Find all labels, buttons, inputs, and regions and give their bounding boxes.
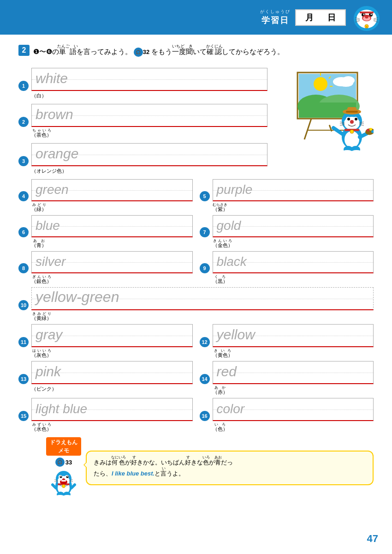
item-number-5: 5 — [200, 191, 210, 201]
write-box-2[interactable]: brown — [31, 104, 267, 127]
date-box: 月 日 — [295, 9, 346, 26]
write-box-7[interactable]: gold — [213, 215, 374, 237]
col-8: 8 silver （銀色）ぎんいろ — [18, 251, 193, 285]
translation-7: （金色）きんいろ — [213, 239, 374, 249]
translation-16: （色）いろ — [213, 422, 374, 433]
svg-point-7 — [371, 14, 372, 15]
item-number-4: 4 — [18, 191, 29, 201]
svg-point-24 — [314, 77, 327, 91]
word-display-12: yellow — [217, 327, 255, 343]
translation-14: （赤）あか — [213, 385, 374, 396]
doraemon-painting-svg — [274, 70, 374, 160]
svg-line-32 — [304, 119, 311, 139]
item-number-15: 15 — [18, 411, 29, 421]
word-display-6: blue — [36, 218, 60, 233]
page-number: 47 — [367, 533, 378, 545]
row-10: 10 yellow-green （黄緑）きみどり — [18, 287, 374, 322]
svg-point-90 — [63, 495, 72, 499]
col-6: 6 blue （青）あお — [18, 215, 193, 249]
translation-5: （紫）むらさき — [213, 203, 374, 213]
col-5: 5 purple （紫）むらさき — [200, 179, 374, 213]
study-day-area: がくしゅうび 学習日 月 日 — [260, 2, 383, 32]
bottom-memo-section: ドラえもん メモ 🎧 33 — [18, 437, 374, 499]
vocab-row-1: 1 white — [18, 68, 267, 91]
write-box-4[interactable]: green — [31, 179, 193, 201]
write-box-1[interactable]: white — [31, 68, 267, 91]
vocab-item-3: 3 orange （オレンジ色） — [18, 143, 267, 175]
speech-bubble: きみは何色なにいろが好すきかな。いちばん好すきな色いろが青あおだっ たら、I l… — [86, 451, 374, 485]
row-6-7: 6 blue （青）あお 7 gold （金色）きんいろ — [18, 215, 374, 249]
svg-point-41 — [347, 118, 350, 120]
svg-point-10 — [365, 15, 368, 18]
col-9: 9 black （黒）くろ — [200, 251, 374, 285]
translation-13: （ピンク） — [31, 385, 193, 392]
section-instruction: ❶〜❻の単語たんご いを言ってみよう。 🎧32 をもう一度聞いちど きいて確認か… — [33, 44, 289, 59]
write-box-15[interactable]: light blue — [31, 398, 193, 421]
item-number-10: 10 — [18, 300, 29, 310]
col-12: 12 yellow （黄色）きいろ — [200, 324, 374, 359]
item-number-14: 14 — [200, 374, 210, 384]
svg-point-75 — [67, 476, 68, 477]
word-display-15: light blue — [36, 402, 87, 416]
ichido-ruby: 一度聞いちど き — [172, 48, 193, 55]
row-11-12: 11 gray （灰色）はいいろ 12 yellow （黄色）きいろ — [18, 324, 374, 359]
bubble-text-3: と言いうよ。 — [154, 470, 184, 477]
item-number-13: 13 — [18, 374, 29, 384]
write-box-12[interactable]: yellow — [213, 324, 374, 347]
bubble-arrow-inner — [82, 463, 87, 467]
svg-point-43 — [350, 120, 354, 124]
svg-rect-17 — [360, 12, 374, 13]
col-13: 13 pink （ピンク） — [18, 361, 193, 396]
svg-point-42 — [355, 118, 357, 120]
item-number-9: 9 — [200, 263, 210, 273]
write-box-3[interactable]: orange — [31, 143, 267, 166]
col-4: 4 green （緑）みどり — [18, 179, 193, 213]
write-box-6[interactable]: blue — [31, 215, 193, 237]
word-display-5: purple — [217, 182, 253, 197]
translation-15: （水色）みずいろ — [31, 422, 193, 433]
svg-point-6 — [363, 14, 365, 15]
write-box-13[interactable]: pink — [31, 361, 193, 384]
main-content: 2 ❶〜❻の単語たんご いを言ってみよう。 🎧32 をもう一度聞いちど きいて確… — [0, 35, 392, 512]
section-header: 2 ❶〜❻の単語たんご いを言ってみよう。 🎧32 をもう一度聞いちど きいて確… — [18, 44, 374, 59]
word-display-8: silver — [36, 254, 65, 269]
word-display-14: red — [217, 364, 237, 379]
word-display-3: orange — [36, 146, 78, 162]
doraemon-header-icon — [350, 2, 383, 32]
svg-rect-84 — [61, 480, 66, 482]
top-section: 1 white （白） 2 brown — [18, 68, 374, 179]
row-13-14: 13 pink （ピンク） 14 red （赤）あか — [18, 361, 374, 396]
cd-badge-area: 🎧 33 — [55, 458, 72, 467]
svg-point-82 — [62, 485, 65, 488]
translation-12: （黄色）きいろ — [213, 349, 374, 359]
write-box-10[interactable]: yellow-green — [31, 287, 374, 310]
write-box-9[interactable]: black — [213, 251, 374, 273]
bubble-text-1: きみは何色なにいろが好すきかな。いちばん好すきな色いろが青あおだっ — [94, 459, 233, 466]
memo-label: ドラえもん メモ — [46, 437, 81, 456]
section-number: 2 — [18, 45, 30, 56]
write-box-16[interactable]: color — [213, 398, 374, 421]
gakushubi-ruby: がくしゅうび — [260, 9, 291, 15]
svg-point-57 — [369, 128, 372, 131]
write-box-14[interactable]: red — [213, 361, 374, 384]
translation-3: （オレンジ色） — [31, 168, 267, 175]
month-label: 月 — [305, 12, 314, 23]
gakushubi-label-box: がくしゅうび 学習日 — [260, 9, 291, 26]
item-number-3: 3 — [18, 156, 29, 166]
word-display-13: pink — [36, 364, 61, 379]
vocab-row-3: 3 orange — [18, 143, 267, 166]
word-display-11: gray — [36, 327, 62, 343]
translation-9: （黒）くろ — [213, 275, 374, 285]
write-box-11[interactable]: gray — [31, 324, 193, 347]
col-14: 14 red （赤）あか — [200, 361, 374, 396]
svg-point-30 — [339, 79, 353, 87]
kakunin-ruby: 確認かくにん — [207, 48, 222, 55]
translation-1: （白） — [31, 92, 267, 99]
row-4-5: 4 green （緑）みどり 5 purple （紫）むらさき — [18, 179, 374, 213]
word-display-16: color — [217, 402, 245, 416]
vocab-item-2: 2 brown （茶色）ちゃいろ — [18, 104, 267, 138]
row-8-9: 8 silver （銀色）ぎんいろ 9 black （黒）くろ — [18, 251, 374, 285]
write-box-8[interactable]: silver — [31, 251, 193, 273]
col-7: 7 gold （金色）きんいろ — [200, 215, 374, 249]
write-box-5[interactable]: purple — [213, 179, 374, 201]
